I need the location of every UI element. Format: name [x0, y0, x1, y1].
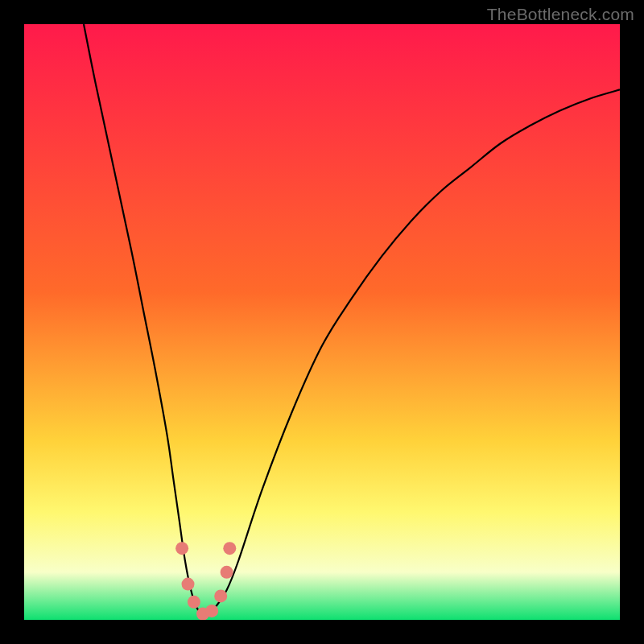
plot-area	[24, 24, 620, 620]
watermark-text: TheBottleneck.com	[487, 5, 634, 24]
curve-marker	[205, 605, 218, 617]
curve-marker	[175, 542, 188, 555]
curve-marker	[223, 542, 236, 555]
chart-frame: TheBottleneck.com	[0, 0, 644, 644]
bottleneck-curve	[84, 24, 620, 615]
curve-layer	[24, 24, 620, 620]
curve-markers	[175, 542, 236, 620]
curve-marker	[182, 578, 195, 591]
curve-marker	[214, 589, 227, 602]
curve-marker	[221, 566, 233, 579]
curve-marker	[188, 596, 200, 609]
